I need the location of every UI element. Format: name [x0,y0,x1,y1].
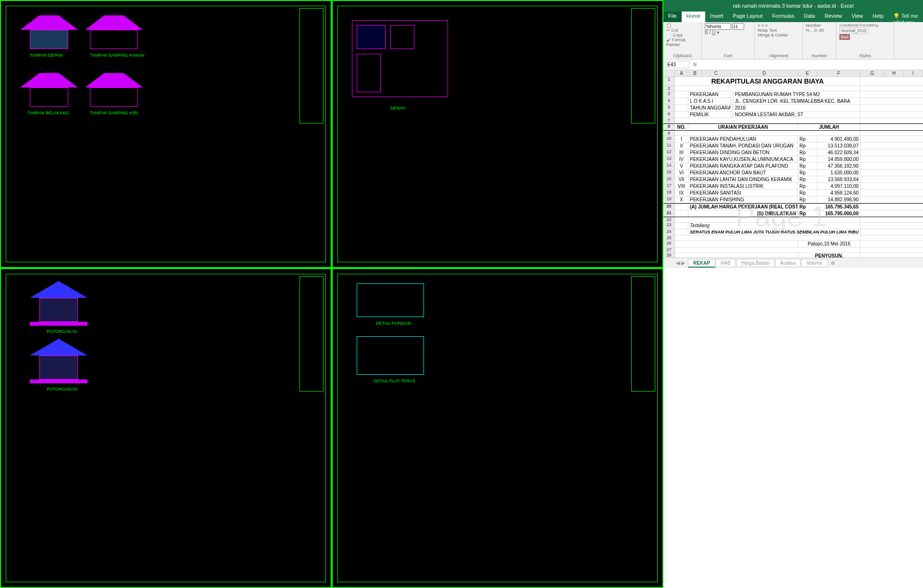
name-box[interactable] [665,61,689,68]
font-name[interactable] [705,23,731,30]
tab-data[interactable]: Data [799,12,820,22]
formula-bar: fx [663,60,923,70]
tab-review[interactable]: Review [820,12,847,22]
cad-panel-details: DETAIL PONDASI DETAIL PLAT TERAS [332,268,663,588]
sheet-tab-rekap[interactable]: REKAP [688,259,715,268]
tell-me[interactable]: 💡 Tell me what you want to do [888,12,923,22]
paste-button[interactable]: 📋 [666,23,698,28]
tab-help[interactable]: Help [868,12,888,22]
tab-page-layout[interactable]: Page Layout [728,12,768,22]
ribbon: 📋 ✂ Cut 📄 Copy 🖌 Format Painter Clipboar… [663,22,923,60]
formula-input[interactable] [701,62,921,67]
sheet-tab-harga[interactable]: Harga Bahan [736,259,775,267]
tab-formulas[interactable]: Formulas [767,12,799,22]
sheet-tab-volume[interactable]: Volume [801,259,827,267]
font-size[interactable] [732,23,744,30]
worksheet[interactable]: A B C D E F G H I 1REKAPITULASI ANGGARAN… [663,70,923,257]
sheet-tab-analisa[interactable]: Analisa [775,259,801,267]
sheet-tab-rab[interactable]: RAB [715,259,736,267]
tab-insert[interactable]: Insert [705,12,728,22]
title-bar: rab rumah minimalis 3 kamar tidur - asda… [663,0,923,12]
add-sheet[interactable]: ⊕ [828,260,838,266]
ribbon-tabs: File Home Insert Page Layout Formulas Da… [663,12,923,22]
tab-file[interactable]: File [663,12,682,22]
fx-icon[interactable]: fx [689,62,701,67]
cad-panel-elevations: TAMPAK DEPAN TAMPAK SAMPING KANAN TAMPAK… [0,0,332,268]
cad-panel-floorplan: DENAH [332,0,663,268]
sheet-nav[interactable]: ◀ ▶ [673,260,688,266]
tab-view[interactable]: View [847,12,868,22]
tab-home[interactable]: Home [682,12,705,22]
cad-panel-sections: POTONGAN 01 POTONGAN 02 [0,268,332,588]
sheet-tabs: ◀ ▶ REKAP RAB Harga Bahan Analisa Volume… [663,257,923,268]
excel-window: rab rumah minimalis 3 kamar tidur - asda… [663,0,923,268]
